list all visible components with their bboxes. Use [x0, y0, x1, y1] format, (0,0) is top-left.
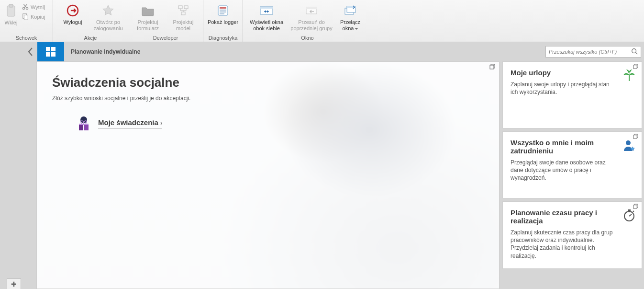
model-icon [176, 3, 191, 18]
ribbon-group-clipboard: Wklej Wytnij Kopiuj Schowek [0, 0, 53, 42]
paste-button[interactable]: Wklej [3, 2, 19, 25]
side-column: Moje urlopy Zaplanuj swoje urlopy i prze… [502, 61, 642, 289]
svg-rect-13 [220, 12, 226, 12]
card-title: Wszystko o mnie i moim zatrudnieniu [511, 139, 634, 155]
workspace: Świadczenia socjalne Złóż szybko wnioski… [36, 61, 644, 289]
main-panel: Świadczenia socjalne Złóż szybko wnioski… [36, 61, 500, 289]
svg-rect-5 [24, 15, 28, 20]
svg-rect-22 [46, 47, 50, 51]
svg-point-37 [626, 140, 631, 145]
stopwatch-icon [622, 208, 636, 222]
chevron-right-icon: › [160, 119, 162, 127]
svg-rect-18 [306, 7, 317, 9]
svg-rect-1 [9, 4, 13, 7]
svg-rect-23 [51, 47, 56, 51]
card-text: Zaplanuj swoje urlopy i przeglądaj stan … [511, 81, 634, 96]
svg-rect-8 [184, 6, 188, 9]
ribbon-group-diagnostics: Pokaż logger Diagnostyka [203, 0, 243, 42]
scissors-icon [22, 3, 29, 11]
ribbon-group-window: Wyświetl okna obok siebie Przesuń do pop… [243, 0, 372, 42]
copy-button[interactable]: Kopiuj [21, 12, 50, 21]
show-logger-button[interactable]: Pokaż logger [206, 2, 240, 25]
svg-rect-11 [220, 7, 226, 9]
card-time-planning[interactable]: Planowanie czasu pracy i realizacja Zapl… [502, 201, 642, 269]
switch-windows-icon [343, 3, 358, 18]
ribbon-group-label: Diagnostyka [206, 35, 240, 42]
logger-icon [215, 3, 231, 18]
svg-rect-16 [260, 7, 273, 9]
search-input[interactable] [549, 49, 631, 55]
add-tab-button[interactable]: ✚ [7, 278, 21, 289]
palm-tree-icon [622, 69, 636, 82]
search-icon [631, 48, 639, 56]
ribbon-group-label: Schowek [3, 35, 50, 42]
cut-button[interactable]: Wytnij [21, 3, 50, 12]
ribbon-group-label: Okno [246, 35, 369, 42]
svg-rect-41 [628, 209, 631, 211]
search-box[interactable] [545, 46, 641, 58]
svg-point-2 [22, 7, 24, 9]
move-prev-icon [304, 3, 319, 18]
star-icon [100, 3, 116, 18]
card-my-vacation[interactable]: Moje urlopy Zaplanuj swoje urlopy i prze… [502, 61, 642, 128]
page-header: Planowanie indywidualne [0, 42, 644, 61]
page-title: Świadczenia socjalne [52, 75, 484, 90]
plus-icon: ✚ [11, 280, 17, 288]
ribbon-group-label: Deweloper [131, 35, 200, 42]
ribbon-group-developer: Projektuj formularz Projektuj model Dewe… [128, 0, 203, 42]
ribbon-group-label: Akcje [56, 35, 125, 42]
back-button[interactable] [24, 45, 37, 58]
svg-point-3 [26, 7, 28, 9]
ribbon-group-actions: Wyloguj Otwórz po zalogowaniu Akcje [53, 0, 128, 42]
ribbon: Wklej Wytnij Kopiuj Schowek [0, 0, 644, 42]
move-to-prev-group-button[interactable]: Przesuń do poprzedniej grupy [289, 2, 334, 32]
card-title: Planowanie czasu pracy i realizacja [511, 208, 634, 225]
card-text: Zaplanuj skutecznie czas pracy dla grup … [511, 229, 634, 260]
card-text: Przeglądaj swoje dane osobowe oraz dane … [511, 159, 634, 182]
svg-rect-39 [633, 205, 637, 208]
page-subtitle: Złóż szybko wnioski socjalne i prześlij … [52, 95, 484, 102]
copy-icon [22, 13, 29, 21]
svg-point-26 [632, 49, 636, 53]
svg-rect-24 [46, 52, 50, 57]
open-after-login-button[interactable]: Otwórz po zalogowaniu [91, 2, 125, 32]
waffle-icon [44, 46, 57, 58]
logout-icon [65, 3, 80, 18]
my-benefits-link[interactable]: Moje świadczenia› [98, 118, 162, 129]
windows-side-by-side-button[interactable]: Wyświetl okna obok siebie [246, 2, 287, 32]
card-about-me[interactable]: Wszystko o mnie i moim zatrudnieniu Prze… [502, 131, 642, 198]
svg-rect-34 [633, 65, 637, 69]
breadcrumb: Planowanie indywidualne [71, 48, 140, 55]
clipboard-icon [5, 4, 17, 19]
svg-rect-9 [181, 12, 185, 15]
switch-windows-button[interactable]: Przełącz okna [336, 2, 365, 32]
app-launcher[interactable] [37, 42, 64, 61]
design-form-button[interactable]: Projektuj formularz [131, 2, 165, 32]
logout-button[interactable]: Wyloguj [56, 2, 89, 25]
svg-rect-25 [51, 52, 56, 57]
person-star-icon [622, 139, 636, 152]
folder-icon [140, 3, 155, 18]
card-title: Moje urlopy [511, 69, 634, 77]
design-model-button[interactable]: Projektuj model [167, 2, 200, 32]
side-by-side-icon [259, 3, 274, 18]
svg-rect-14 [220, 13, 224, 14]
gift-icon [75, 115, 92, 132]
svg-rect-12 [220, 10, 226, 11]
svg-rect-32 [79, 124, 89, 125]
svg-rect-36 [633, 135, 637, 139]
svg-rect-7 [178, 6, 182, 9]
